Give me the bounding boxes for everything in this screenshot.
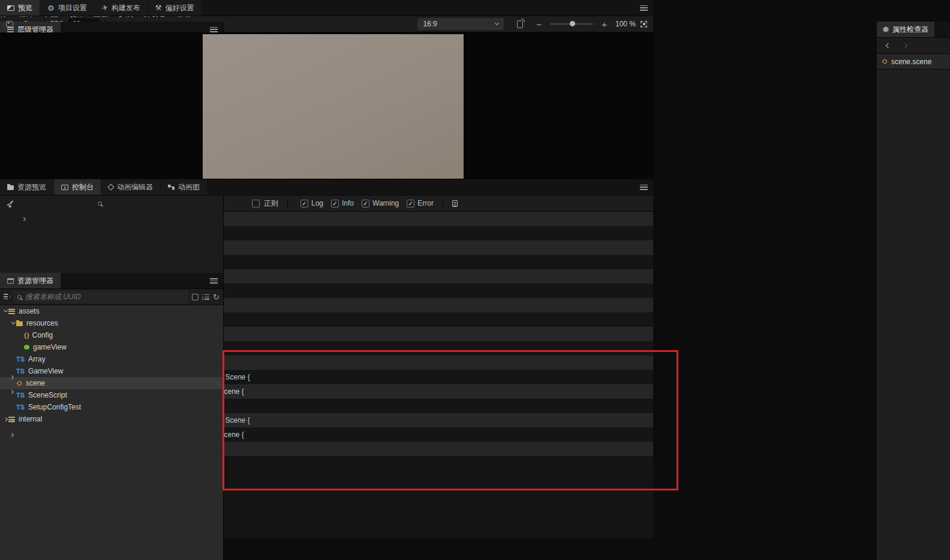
cube-icon	[24, 345, 29, 350]
filter-log[interactable]: Log	[300, 199, 323, 207]
tab-animation-editor[interactable]: 动画编辑器	[101, 179, 160, 195]
tree-row-resources[interactable]: resources	[0, 317, 223, 329]
build-publish-tab-label: 构建发布	[112, 3, 140, 13]
console-icon	[61, 185, 68, 190]
preferences-icon	[155, 4, 162, 11]
zoom-out-button[interactable]: −	[534, 19, 544, 29]
inspector-selection[interactable]: scene.scene	[877, 54, 950, 70]
tree-row-game-view-prefab[interactable]: gameView	[0, 341, 223, 353]
tree-row-config[interactable]: Config	[0, 329, 223, 341]
filter-error[interactable]: Error	[407, 199, 434, 207]
console-tabbar: 资源预览控制台动画编辑器动画图	[0, 179, 653, 195]
assets-panel: 资源管理器 assetsresourcesConfiggameViewArray…	[0, 273, 224, 560]
assets-tab-label: 资源管理器	[17, 276, 53, 286]
assets-search-input[interactable]	[25, 293, 184, 301]
animation-editor-tab-label: 动画编辑器	[117, 182, 153, 192]
inspector-tab-label: 属性检查器	[892, 25, 928, 35]
log-file-icon[interactable]	[452, 200, 458, 207]
checkbox-icon[interactable]	[331, 200, 339, 207]
folder-icon	[16, 321, 23, 326]
checkbox-icon[interactable]	[362, 200, 369, 207]
tab-animation-graph[interactable]: 动画图	[161, 179, 207, 195]
cocos-creator-window: scene.scene - NewProject-001 - Cocos Cre…	[0, 0, 950, 560]
refresh-icon[interactable]	[213, 293, 220, 301]
animation-graph-icon	[168, 185, 175, 190]
animation-editor-icon	[107, 183, 114, 190]
clear-icon[interactable]	[7, 200, 14, 207]
checkbox-icon[interactable]	[407, 200, 414, 207]
tab-inspector[interactable]: 属性检查器	[877, 22, 934, 37]
tree-label: Config	[32, 331, 53, 339]
history-forward-icon[interactable]	[903, 43, 907, 48]
game-render-frame	[203, 34, 464, 179]
inspector-panel: 属性检查器 scene.scene	[877, 22, 950, 560]
assets-search[interactable]	[13, 291, 188, 303]
aspect-ratio-select[interactable]: 16:9	[417, 18, 504, 30]
tree-row-game-view-ts[interactable]: GameView	[0, 365, 223, 377]
asset-preview-tab-label: 资源预览	[17, 182, 46, 192]
ts-icon	[16, 404, 25, 411]
selection-label: scene.scene	[891, 58, 931, 66]
filter-warning[interactable]: Warning	[362, 199, 399, 207]
tree-row-array-ts[interactable]: Array	[0, 353, 223, 365]
tab-assets[interactable]: 资源管理器	[0, 273, 61, 288]
hierarchy-menu-icon[interactable]	[210, 27, 218, 32]
tab-preferences[interactable]: 偏好设置	[148, 0, 202, 16]
preferences-tab-label: 偏好设置	[165, 3, 194, 13]
tree-row-internal[interactable]: internal	[0, 413, 223, 425]
inspector-tabbar: 属性检查器	[877, 22, 950, 38]
tree-row-assets[interactable]: assets	[0, 305, 223, 317]
history-back-icon[interactable]	[886, 43, 891, 48]
assets-tabbar: 资源管理器	[0, 273, 223, 289]
assets-toolbar	[0, 289, 223, 305]
zoom-slider[interactable]	[550, 23, 593, 25]
assets-tree: assetsresourcesConfiggameViewArrayGameVi…	[0, 305, 223, 425]
preview-menu-icon[interactable]	[640, 5, 648, 11]
tree-label: internal	[19, 415, 42, 423]
chevron-right-icon[interactable]	[3, 417, 7, 421]
filter-label: Error	[417, 199, 434, 207]
device-icon[interactable]	[6, 21, 13, 27]
preview-tabbar: 预览项目设置构建发布偏好设置	[0, 0, 653, 16]
sort-icon[interactable]	[4, 294, 10, 300]
zoom-value: 100 %	[615, 20, 636, 28]
tab-build-publish[interactable]: 构建发布	[95, 0, 148, 16]
console-menu-icon[interactable]	[640, 185, 648, 190]
tab-console[interactable]: 控制台	[54, 179, 101, 195]
tree-label: resources	[26, 319, 58, 327]
fit-screen-icon[interactable]	[641, 21, 647, 28]
tree-label: GameView	[28, 367, 63, 375]
inspector-icon	[883, 26, 889, 32]
filter-info[interactable]: Info	[331, 199, 354, 207]
build-publish-icon	[102, 4, 108, 11]
regex-label[interactable]: 正则	[264, 198, 278, 209]
tab-preview[interactable]: 预览	[0, 0, 40, 16]
checkbox-icon[interactable]	[300, 200, 308, 207]
thumbnail-toggle-icon[interactable]	[192, 294, 199, 300]
preview-icon	[7, 5, 14, 11]
console-tab-label: 控制台	[72, 182, 94, 192]
ts-icon	[16, 368, 25, 375]
asset-preview-icon	[7, 185, 14, 190]
chevron-down-icon[interactable]	[3, 308, 7, 312]
tab-asset-preview[interactable]: 资源预览	[0, 179, 53, 195]
regex-checkbox[interactable]	[252, 200, 260, 207]
chevron-down-icon[interactable]	[11, 320, 15, 324]
assets-menu-icon[interactable]	[210, 278, 218, 284]
scene-icon	[16, 380, 22, 386]
rotate-device-icon[interactable]	[517, 20, 523, 28]
tab-project-settings[interactable]: 项目设置	[40, 0, 94, 16]
tree-row-scene-script-ts[interactable]: SceneScript	[0, 389, 223, 401]
log-filters: LogInfoWarningError	[297, 199, 434, 207]
tree-row-scene-asset[interactable]: scene	[0, 377, 223, 389]
zoom-slider-thumb[interactable]	[570, 21, 575, 26]
search-icon	[17, 295, 22, 299]
aspect-ratio-value: 16:9	[423, 20, 437, 28]
chevron-down-icon	[495, 21, 499, 25]
search-icon	[98, 201, 102, 206]
tree-row-setup-config-test-ts[interactable]: SetupConfigTest	[0, 401, 223, 413]
zoom-in-button[interactable]: +	[599, 19, 609, 29]
list-view-icon[interactable]	[202, 294, 209, 300]
stack-icon	[8, 309, 15, 314]
ts-icon	[16, 392, 25, 399]
